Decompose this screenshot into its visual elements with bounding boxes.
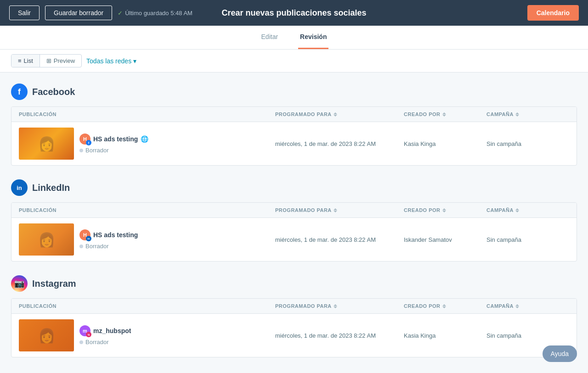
main-content: f Facebook PUBLICACIÓN PROGRAMADO PARA C… (0, 72, 588, 373)
instagram-section: 📷 Instagram PUBLICACIÓN PROGRAMADO PARA … (11, 275, 577, 357)
instagram-header: 📷 Instagram (11, 275, 577, 292)
table-row: 👩 H f HS ads testing 🌐 Borrad (11, 122, 577, 165)
linkedin-table: PUBLICACIÓN PROGRAMADO PARA CREADO POR C… (11, 202, 577, 262)
facebook-title: Facebook (32, 87, 75, 97)
filter-label: Todas las redes (86, 57, 131, 65)
instagram-title: Instagram (32, 278, 76, 289)
date-cell-fb: miércoles, 1 de mar. de 2023 8:22 AM (275, 140, 404, 147)
instagram-table-header: PUBLICACIÓN PROGRAMADO PARA CREADO POR C… (11, 299, 577, 314)
post-thumbnail-ig: 👩 (19, 319, 74, 351)
sort-icon-creado-ig (442, 304, 446, 308)
calendario-button[interactable]: Calendario (527, 5, 579, 21)
col-programado-fb: PROGRAMADO PARA (275, 111, 404, 117)
instagram-table: PUBLICACIÓN PROGRAMADO PARA CREADO POR C… (11, 298, 577, 357)
sort-icon-campana-li (515, 208, 519, 212)
col-publicacion-li: PUBLICACIÓN (19, 207, 275, 213)
instagram-icon: 📷 (11, 275, 28, 292)
col-campana-li: CAMPAÑA (486, 207, 569, 213)
post-account-li: H in HS ads testing (79, 229, 138, 240)
sort-icon-programado-ig (334, 304, 337, 308)
tab-revision[interactable]: Revisión (298, 26, 328, 49)
col-creado-ig: CREADO POR (404, 303, 486, 309)
linkedin-icon: in (11, 179, 28, 196)
salir-button[interactable]: Salir (9, 6, 40, 20)
facebook-table-header: PUBLICACIÓN PROGRAMADO PARA CREADO POR C… (11, 107, 577, 122)
status-text-fb: Borrador (85, 147, 109, 154)
list-icon: ≡ (18, 57, 22, 64)
linkedin-table-header: PUBLICACIÓN PROGRAMADO PARA CREADO POR C… (11, 203, 577, 218)
post-account-fb: H f HS ads testing 🌐 (79, 134, 148, 145)
col-publicacion-ig: PUBLICACIÓN (19, 303, 275, 309)
avatar-fb: H f (79, 134, 90, 145)
col-creado-fb: CREADO POR (404, 111, 486, 117)
linkedin-header: in LinkedIn (11, 179, 577, 196)
col-publicacion-fb: PUBLICACIÓN (19, 111, 275, 117)
sort-icon-creado-li (442, 208, 446, 212)
page-title: Crear nuevas publicaciones sociales (221, 8, 366, 18)
linkedin-badge: in (86, 236, 91, 241)
last-saved-status: ✓ Último guardado 5:48 AM (118, 10, 192, 17)
creator-cell-li: Iskander Samatov (404, 236, 486, 243)
creator-cell-fb: Kasia Kinga (404, 140, 486, 147)
toolbar: ≡ List ⊞ Preview Todas las redes ▾ (0, 50, 588, 72)
status-badge-li: Borrador (79, 243, 138, 250)
sort-icon-campana-fb (515, 112, 519, 117)
post-info-ig: m ig mz_hubspot Borrador (79, 325, 131, 345)
col-campana-fb: CAMPAÑA (486, 111, 569, 117)
date-cell-li: miércoles, 1 de mar. de 2023 8:22 AM (275, 236, 404, 243)
preview-view-button[interactable]: ⊞ Preview (40, 55, 81, 67)
sort-icon-programado-li (334, 208, 337, 212)
campaign-cell-li: Sin campaña (486, 236, 569, 243)
sort-icon-programado-fb (334, 112, 337, 117)
last-saved-text: Último guardado 5:48 AM (125, 10, 192, 17)
account-name-ig: mz_hubspot (93, 327, 131, 334)
post-info-li: H in HS ads testing Borrador (79, 229, 138, 250)
network-filter-button[interactable]: Todas las redes ▾ (86, 57, 136, 65)
preview-icon: ⊞ (46, 57, 51, 64)
facebook-icon: f (11, 84, 28, 100)
post-account-ig: m ig mz_hubspot (79, 325, 131, 336)
avatar-li: H in (79, 229, 90, 240)
date-cell-ig: miércoles, 1 de mar. de 2023 8:22 AM (275, 332, 404, 339)
post-cell-ig: 👩 m ig mz_hubspot Borrador (19, 319, 275, 351)
help-button[interactable]: Ayuda (543, 345, 577, 362)
view-toggle: ≡ List ⊞ Preview (11, 54, 82, 67)
post-cell-li: 👩 H in HS ads testing Borrador (19, 223, 275, 256)
table-row: 👩 H in HS ads testing Borrador (11, 218, 577, 261)
tabs-nav: Editar Revisión (0, 26, 588, 50)
instagram-badge: ig (86, 332, 91, 337)
facebook-badge: f (86, 140, 91, 145)
facebook-table: PUBLICACIÓN PROGRAMADO PARA CREADO POR C… (11, 106, 577, 166)
col-programado-ig: PROGRAMADO PARA (275, 303, 404, 309)
creator-cell-ig: Kasia Kinga (404, 332, 486, 339)
post-thumbnail-fb: 👩 (19, 128, 74, 160)
tab-editar[interactable]: Editar (260, 26, 280, 49)
status-dot-li (79, 245, 83, 248)
status-text-li: Borrador (85, 243, 109, 250)
table-row: 👩 m ig mz_hubspot Borrador (11, 314, 577, 357)
col-campana-ig: CAMPAÑA (486, 303, 569, 309)
list-label: List (24, 57, 33, 64)
globe-icon-fb: 🌐 (141, 135, 148, 143)
sort-icon-campana-ig (515, 304, 519, 308)
account-name-li: HS ads testing (93, 231, 138, 239)
campaign-cell-ig: Sin campaña (486, 332, 569, 339)
facebook-section: f Facebook PUBLICACIÓN PROGRAMADO PARA C… (11, 84, 577, 166)
col-programado-li: PROGRAMADO PARA (275, 207, 404, 213)
guardar-borrador-button[interactable]: Guardar borrador (45, 6, 112, 20)
list-view-button[interactable]: ≡ List (11, 55, 40, 67)
status-text-ig: Borrador (85, 339, 109, 345)
post-info-fb: H f HS ads testing 🌐 Borrador (79, 134, 148, 154)
post-cell-fb: 👩 H f HS ads testing 🌐 Borrad (19, 128, 275, 160)
campaign-cell-fb: Sin campaña (486, 140, 569, 147)
status-badge-ig: Borrador (79, 339, 131, 345)
chevron-down-icon: ▾ (133, 57, 136, 65)
account-name-fb: HS ads testing (93, 135, 138, 143)
status-dot-ig (79, 340, 83, 344)
sort-icon-creado-fb (442, 112, 446, 117)
post-thumbnail-li: 👩 (19, 223, 74, 256)
facebook-header: f Facebook (11, 84, 577, 100)
status-badge-fb: Borrador (79, 147, 148, 154)
avatar-ig: m ig (79, 325, 90, 336)
status-dot-fb (79, 149, 83, 152)
